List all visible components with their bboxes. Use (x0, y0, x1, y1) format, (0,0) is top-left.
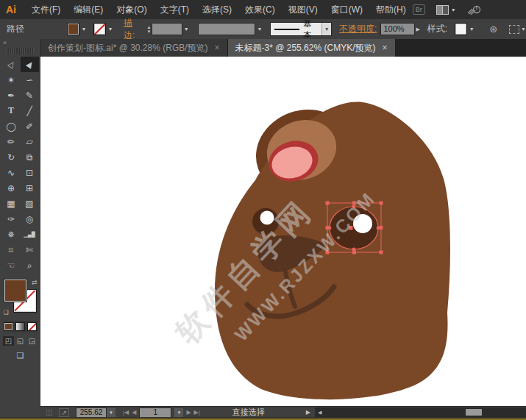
stroke-style-dropdown[interactable]: 基本 ▼ (270, 22, 333, 36)
zoom-tool[interactable]: ⌕ (21, 257, 39, 273)
first-artboard-button[interactable]: |◀ (123, 409, 129, 416)
type-tool[interactable]: T (2, 103, 21, 118)
color-button[interactable] (4, 322, 13, 331)
chevron-down-icon[interactable]: ▼ (106, 26, 115, 32)
stroke-color-control[interactable]: ▼ (93, 23, 115, 35)
stroke-weight-input[interactable] (152, 23, 182, 35)
perspective-grid-tool[interactable]: ⊞ (21, 180, 39, 196)
artboard-canvas[interactable]: 软件自学网 WWW.RJZXW.COM (40, 57, 526, 406)
paintbrush-tool[interactable]: ✐ (21, 118, 39, 134)
opacity-input[interactable]: 100% (380, 23, 415, 35)
mesh-tool[interactable]: ▦ (2, 196, 21, 211)
symbol-sprayer-tool[interactable]: ✵ (2, 227, 21, 242)
eraser-tool[interactable]: ▱ (21, 134, 39, 149)
zoom-level-input[interactable]: 255.62 (76, 407, 107, 418)
chevron-down-icon[interactable]: ▼ (321, 23, 331, 35)
swap-fill-stroke-icon[interactable]: ⇄ (32, 279, 38, 286)
panel-collapse-button[interactable]: « (0, 39, 40, 47)
bear-artwork[interactable]: 软件自学网 WWW.RJZXW.COM (40, 57, 526, 406)
stroke-weight-stepper[interactable]: ▲ ▼ (146, 25, 151, 34)
gradient-button[interactable] (15, 322, 25, 331)
direct-selection-tool[interactable]: ▶ (21, 57, 39, 72)
menu-edit[interactable]: 编辑(E) (67, 4, 110, 16)
panel-grip[interactable] (7, 48, 34, 54)
selection-handle[interactable] (380, 202, 383, 205)
magic-wand-tool[interactable]: ✶ (2, 72, 21, 88)
draw-behind-button[interactable]: ◱ (15, 336, 26, 346)
stroke-panel-link[interactable]: 描边: (124, 17, 142, 42)
curvature-tool[interactable]: ✎ (21, 88, 39, 103)
menu-view[interactable]: 视图(V) (282, 4, 324, 16)
menu-file[interactable]: 文件(F) (25, 4, 67, 16)
width-tool[interactable]: ∿ (2, 165, 21, 180)
workspace-switcher[interactable]: ▼ (436, 5, 456, 15)
brush-definition-dropdown[interactable] (198, 23, 256, 35)
pencil-tool[interactable]: ✏ (2, 134, 21, 149)
hand-tool[interactable]: ☜ (2, 257, 21, 273)
horizontal-scrollbar[interactable]: ◀ (315, 407, 526, 417)
default-fill-stroke-icon[interactable]: ❏ (4, 309, 9, 316)
menu-window[interactable]: 窗口(W) (324, 4, 369, 16)
document-setup-icon[interactable]: ⊛ (489, 24, 497, 35)
chevron-down-icon[interactable]: ▼ (255, 26, 263, 32)
cs-live-icon[interactable] (467, 4, 481, 15)
line-tool[interactable]: ╱ (21, 103, 39, 118)
next-artboard-button[interactable]: ▶ (186, 409, 191, 416)
shape-tool[interactable]: ◯ (2, 118, 21, 134)
chevron-down-icon[interactable]: ▼ (79, 26, 88, 32)
select-similar-control[interactable]: ▼ (509, 25, 526, 34)
stroke-none-swatch[interactable] (93, 23, 106, 35)
style-swatch[interactable] (455, 23, 467, 35)
chevron-right-icon[interactable]: ▶ (416, 26, 419, 32)
selection-handle[interactable] (380, 251, 383, 255)
menu-select[interactable]: 选择(S) (196, 4, 238, 16)
previous-artboard-button[interactable]: ◀ (132, 409, 136, 416)
eyedropper-tool[interactable]: ✑ (2, 211, 21, 227)
column-graph-tool[interactable]: ▁▄█ (21, 227, 39, 242)
selection-handle[interactable] (326, 202, 330, 205)
status-expand-icon[interactable]: ▶ (306, 409, 310, 416)
free-transform-tool[interactable]: ⊡ (21, 165, 39, 180)
menu-type[interactable]: 文字(T) (154, 4, 196, 16)
fill-indicator[interactable] (4, 280, 26, 302)
close-icon[interactable]: × (215, 43, 220, 53)
blend-tool[interactable]: ◎ (21, 211, 39, 227)
slice-tool[interactable]: ✄ (21, 242, 39, 257)
tab-document-1[interactable]: 创作策划-图标.ai* @ 30.28% (RGB/预览) × (40, 39, 228, 57)
scrollbar-track[interactable] (324, 408, 526, 416)
anchor-point[interactable] (352, 248, 356, 252)
export-icon[interactable]: ↗ (59, 408, 69, 417)
scale-tool[interactable]: ⧉ (21, 149, 39, 165)
tab-document-2[interactable]: 未标题-3* @ 255.62% (CMYK/预览) × (228, 39, 396, 57)
lasso-tool[interactable]: ∽ (21, 72, 39, 88)
bridge-icon[interactable]: Br (413, 4, 425, 15)
fill-color-control[interactable]: ▼ (67, 23, 88, 35)
draw-normal-button[interactable]: ◰ (3, 336, 14, 346)
stepper-down-icon[interactable]: ▼ (146, 29, 151, 34)
menu-object[interactable]: 对象(O) (110, 4, 153, 16)
close-icon[interactable]: × (382, 43, 387, 53)
gradient-tool[interactable]: ▧ (21, 196, 39, 211)
artboard-number-input[interactable]: 1 (139, 407, 171, 418)
artboard-dropdown-icon[interactable]: ▼ (174, 408, 183, 417)
pen-tool[interactable]: ✒ (2, 88, 21, 103)
scrollbar-thumb[interactable] (466, 409, 482, 416)
menu-help[interactable]: 帮助(H) (369, 4, 413, 16)
zoom-dropdown-icon[interactable]: ▼ (107, 408, 115, 417)
screen-mode-button[interactable]: ❏ (0, 351, 40, 360)
last-artboard-button[interactable]: ▶| (194, 409, 200, 416)
fill-swatch[interactable] (67, 23, 79, 35)
selection-tool[interactable]: ▷ (2, 57, 21, 72)
menu-effect[interactable]: 效果(C) (238, 4, 282, 16)
artboard-tool[interactable]: ⌗ (2, 242, 21, 257)
anchor-point[interactable] (377, 227, 380, 230)
scroll-left-icon[interactable]: ◀ (315, 410, 324, 416)
none-button[interactable] (27, 322, 37, 331)
rotate-tool[interactable]: ↻ (2, 149, 21, 165)
chevron-down-icon[interactable]: ▼ (467, 26, 476, 32)
draw-inside-button[interactable]: ◲ (26, 336, 38, 346)
shape-builder-tool[interactable]: ⊕ (2, 180, 21, 196)
opacity-panel-link[interactable]: 不透明度: (339, 23, 377, 35)
preview-mode-icon[interactable]: ◫ (46, 408, 52, 416)
graphic-style-control[interactable]: ▼ (451, 23, 476, 35)
